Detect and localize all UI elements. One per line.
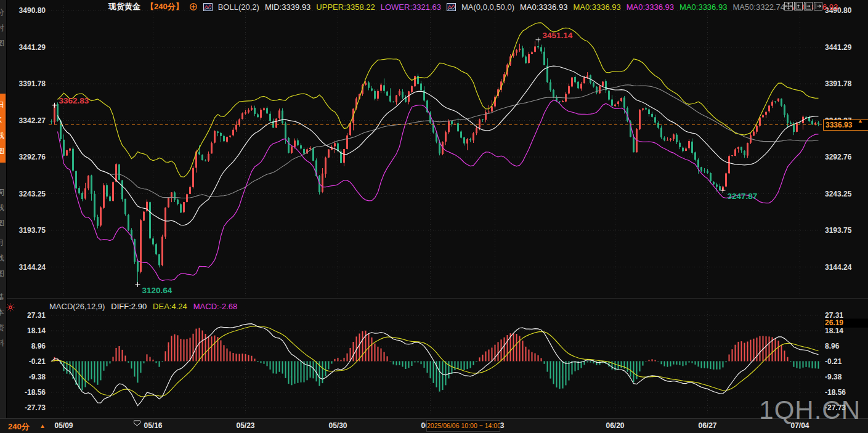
price-axis-label: 3193.75 bbox=[0, 226, 46, 235]
price-axis-label: 3490.80 bbox=[0, 6, 46, 15]
low-marker-icon bbox=[133, 418, 141, 429]
ma-legend-item: MA0:3336.93 bbox=[679, 2, 727, 12]
svg-text:3362.83: 3362.83 bbox=[59, 96, 89, 105]
date-axis-label: 05/09 bbox=[47, 421, 81, 430]
macd-axis-label: -0.21 bbox=[825, 357, 842, 366]
macd-axis-label: 8.96 bbox=[0, 342, 46, 350]
macd-axis-label: 8.96 bbox=[825, 342, 839, 350]
boll-name: BOLL(20,2) bbox=[218, 2, 259, 12]
price-axis-label: 3144.24 bbox=[825, 263, 851, 272]
boll-upper: UPPER:3358.22 bbox=[316, 2, 375, 12]
macd-axis-label: -0.21 bbox=[0, 357, 46, 366]
chart-window: 3362.833451.143120.643247.87 分 时 图日 K 线 … bbox=[0, 0, 868, 433]
sidebar-item-active[interactable]: 日 K 线 图 bbox=[0, 94, 6, 163]
macd-axis-label: -9.38 bbox=[0, 373, 46, 381]
ma-legend-item: MA0:3336.93 bbox=[573, 2, 620, 12]
price-axis-label: 3243.25 bbox=[825, 190, 851, 198]
left-sidebar[interactable]: 分 时 图日 K 线 图周 线 图月 线 图基 本 资 料 bbox=[0, 0, 7, 418]
sidebar-item[interactable]: 周 线 图 bbox=[0, 185, 6, 231]
macd-axis-label: -18.56 bbox=[0, 388, 46, 397]
watermark: 1QH.CN bbox=[759, 395, 861, 425]
chart-legend: 现货黄金 【240分】 BOLL(20,2) MID:3339.93 UPPER… bbox=[108, 2, 838, 12]
svg-text:3247.87: 3247.87 bbox=[728, 192, 758, 201]
axis-zoom-right-icon[interactable] bbox=[804, 2, 813, 10]
price-axis-label: 3292.76 bbox=[825, 153, 851, 161]
macd-axis-highlight: 26.19 bbox=[823, 318, 868, 328]
period-label[interactable]: 【240分】 bbox=[146, 1, 184, 12]
date-axis-label: 06/27 bbox=[691, 421, 725, 430]
macd-legend: MACD(26,12,9) DIFF:2.90 DEA:4.24 MACD:-2… bbox=[49, 302, 237, 311]
macd-macd-value: MACD:-2.68 bbox=[193, 302, 238, 311]
selected-candle-time: 2025/06/06 10:00 ~ 14:00 五 bbox=[426, 420, 500, 432]
time-axis-bar: 240分 ▲ 05/0905/1605/2305/3006/0606/1306/… bbox=[0, 418, 868, 433]
macd-diff-value: DIFF:2.90 bbox=[111, 302, 147, 311]
ma-legend-item: MA0:3336.93 bbox=[627, 2, 674, 12]
ma-chart-icon[interactable] bbox=[447, 3, 456, 11]
axis-zoom-left-icon[interactable] bbox=[794, 2, 803, 10]
price-axis-label: 3441.29 bbox=[0, 43, 46, 52]
record-dot-icon[interactable] bbox=[6, 302, 15, 315]
price-axis-label: 3243.25 bbox=[0, 190, 46, 198]
svg-text:3451.14: 3451.14 bbox=[543, 31, 573, 40]
macd-dea-value: DEA:4.24 bbox=[153, 302, 187, 311]
price-axis-label: 3391.78 bbox=[825, 79, 851, 88]
price-up-arrow-icon[interactable]: ▲ bbox=[858, 118, 863, 124]
date-axis-label: 05/23 bbox=[229, 421, 263, 430]
sidebar-item[interactable]: 基 本 资 料 bbox=[0, 289, 6, 351]
macd-axis-label: 18.14 bbox=[0, 326, 46, 335]
shift-right-icon[interactable] bbox=[814, 2, 822, 10]
macd-axis-label: -27.73 bbox=[0, 403, 46, 412]
price-axis-label: 3342.27 bbox=[0, 116, 46, 125]
move-icon[interactable] bbox=[784, 2, 793, 10]
sidebar-item[interactable]: 月 线 图 bbox=[0, 235, 6, 281]
boll-mid: MID:3339.93 bbox=[265, 2, 310, 12]
boll-lower: LOWER:3321.63 bbox=[381, 2, 441, 12]
price-axis-label: 3391.78 bbox=[0, 79, 46, 88]
price-axis-label: 3193.75 bbox=[825, 226, 851, 235]
ma-legend-item: MA50:3322.74 bbox=[732, 2, 785, 12]
ma-legend-item: MA0:3336.93 bbox=[520, 2, 567, 12]
macd-name: MACD(26,12,9) bbox=[49, 302, 105, 311]
chart-toolbar bbox=[784, 2, 822, 10]
indicator-settings-icon[interactable] bbox=[189, 2, 198, 11]
instrument-title: 现货黄金 bbox=[108, 1, 140, 12]
price-axis-label: 3292.76 bbox=[0, 153, 46, 161]
boll-chart-icon[interactable] bbox=[203, 3, 213, 11]
price-axis-label: 3144.24 bbox=[0, 263, 46, 272]
timeframe-selector[interactable]: 240分 bbox=[8, 421, 30, 432]
timeframe-arrow-icon[interactable]: ▲ bbox=[39, 423, 46, 429]
date-axis-label: 06/20 bbox=[598, 421, 633, 430]
candlestick-chart[interactable]: 3362.833451.143120.643247.87 bbox=[0, 0, 868, 433]
macd-axis-label: -9.38 bbox=[825, 373, 842, 381]
date-axis-label: 05/30 bbox=[321, 421, 355, 430]
svg-text:3120.64: 3120.64 bbox=[142, 286, 172, 295]
sidebar-item[interactable]: 分 时 图 bbox=[0, 5, 6, 51]
ma-name: MA(0,0,0,50,0) bbox=[461, 2, 514, 12]
price-axis-label: 3441.29 bbox=[825, 43, 851, 52]
